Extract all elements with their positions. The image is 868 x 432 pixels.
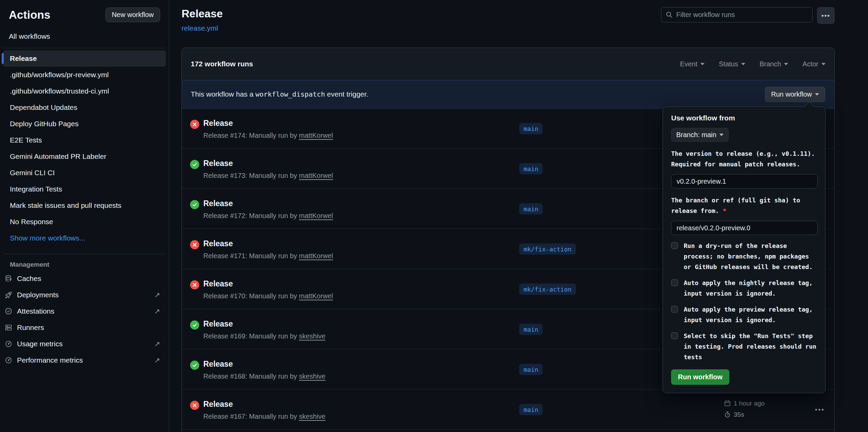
sidebar-item-attestations[interactable]: Attestations ↗ bbox=[3, 303, 166, 319]
ref-input-description: The branch or ref (full git sha) to rele… bbox=[671, 195, 817, 216]
sidebar-item-usage-metrics[interactable]: Usage metrics ↗ bbox=[3, 336, 166, 352]
run-title-link[interactable]: Release bbox=[203, 400, 233, 409]
banner-text: This workflow has a workflow_dispatch ev… bbox=[191, 90, 368, 98]
sidebar-item-label: Deployments bbox=[17, 291, 59, 299]
run-status-icon bbox=[190, 401, 199, 410]
run-title-link[interactable]: Release bbox=[203, 360, 233, 369]
run-actor-link[interactable]: mattKorwel bbox=[299, 172, 333, 179]
workflow-dispatch-banner: This workflow has a workflow_dispatch ev… bbox=[182, 80, 834, 109]
checkbox-label[interactable]: Auto apply the nightly release tag, inpu… bbox=[684, 278, 817, 299]
workflow-file-link[interactable]: release.yml bbox=[182, 24, 218, 32]
branch-badge[interactable]: main bbox=[519, 364, 543, 375]
run-subtitle: Release #170: Manually run by mattKorwel bbox=[203, 292, 333, 300]
run-title-link[interactable]: Release bbox=[203, 279, 233, 288]
sidebar-title: Actions bbox=[9, 9, 50, 21]
sidebar-item-performance-metrics[interactable]: Performance metrics ↗ bbox=[3, 352, 166, 368]
run-subtitle: Release #167: Manually run by skeshive bbox=[203, 413, 325, 420]
sidebar-item-workflow-release[interactable]: Release bbox=[3, 50, 166, 67]
sidebar-item-runners[interactable]: Runners bbox=[3, 319, 166, 336]
run-actor-link[interactable]: mattKorwel bbox=[299, 132, 333, 139]
ref-input[interactable] bbox=[671, 221, 818, 235]
branch-badge[interactable]: mk/fix-action bbox=[519, 243, 576, 254]
meter-icon bbox=[4, 356, 13, 364]
sidebar-item-workflow[interactable]: Gemini CLI CI bbox=[3, 165, 166, 181]
required-asterisk: * bbox=[723, 207, 727, 214]
sidebar-item-workflow[interactable]: Mark stale issues and pull requests bbox=[3, 197, 166, 214]
dry-run-checkbox[interactable] bbox=[671, 242, 678, 249]
sidebar-item-workflow[interactable]: .github/workflows/pr-review.yml bbox=[3, 67, 166, 83]
sidebar-item-label: Performance metrics bbox=[17, 356, 83, 364]
main-content: Release release.yml ••• 172 workflow run… bbox=[169, 0, 868, 432]
run-actor-link[interactable]: skeshive bbox=[299, 332, 325, 340]
sidebar-item-all-workflows[interactable]: All workflows bbox=[9, 32, 160, 40]
run-kebab-button[interactable]: ••• bbox=[815, 406, 825, 413]
run-workflow-dropdown-button[interactable]: Run workflow bbox=[765, 87, 825, 102]
version-input-description: The version to release (e.g., v0.1.11). … bbox=[671, 148, 817, 169]
run-title-link[interactable]: Release bbox=[203, 119, 233, 128]
run-subtitle: Release #173: Manually run by mattKorwel bbox=[203, 172, 333, 180]
sidebar-item-label: Runners bbox=[17, 323, 44, 332]
sidebar-item-deployments[interactable]: Deployments ↗ bbox=[3, 287, 166, 303]
page-kebab-button[interactable]: ••• bbox=[817, 7, 835, 24]
branch-badge[interactable]: main bbox=[519, 163, 543, 174]
run-subtitle: Release #171: Manually run by mattKorwel bbox=[203, 252, 333, 260]
run-subtitle: Release #174: Manually run by mattKorwel bbox=[203, 132, 333, 139]
calendar-icon bbox=[724, 400, 731, 407]
status-filter-dropdown[interactable]: Status bbox=[719, 60, 745, 68]
run-title-link[interactable]: Release bbox=[203, 239, 233, 248]
actor-filter-dropdown[interactable]: Actor bbox=[802, 60, 826, 68]
run-actor-link[interactable]: mattKorwel bbox=[299, 292, 333, 300]
sidebar-item-workflow[interactable]: Deploy GitHub Pages bbox=[3, 116, 166, 132]
run-status-icon bbox=[190, 200, 199, 209]
chevron-down-icon bbox=[700, 63, 704, 65]
run-title-link[interactable]: Release bbox=[203, 319, 233, 329]
workflow-dispatch-code: workflow_dispatch bbox=[255, 90, 325, 98]
sidebar-item-workflow[interactable]: Dependabot Updates bbox=[3, 99, 166, 116]
workflow-list: Release .github/workflows/pr-review.yml … bbox=[3, 50, 166, 246]
branch-badge[interactable]: main bbox=[519, 203, 543, 214]
run-status-icon bbox=[190, 361, 199, 370]
sidebar-item-workflow[interactable]: Gemini Automated PR Labeler bbox=[3, 148, 166, 165]
sidebar-item-workflow[interactable]: E2E Tests bbox=[3, 132, 166, 148]
run-actor-link[interactable]: skeshive bbox=[299, 413, 325, 420]
nightly-tag-checkbox[interactable] bbox=[671, 279, 678, 286]
event-filter-dropdown[interactable]: Event bbox=[680, 60, 704, 68]
search-icon bbox=[665, 11, 673, 18]
preview-tag-checkbox[interactable] bbox=[671, 306, 678, 313]
skip-tests-checkbox[interactable] bbox=[671, 332, 678, 339]
run-actor-link[interactable]: skeshive bbox=[299, 372, 325, 380]
sidebar-divider bbox=[3, 48, 166, 48]
sidebar-item-caches[interactable]: Caches bbox=[3, 270, 166, 287]
rocket-icon bbox=[4, 291, 13, 299]
branch-badge[interactable]: main bbox=[519, 404, 543, 415]
checkbox-label[interactable]: Run a dry-run of the release process; no… bbox=[684, 240, 817, 272]
run-title-link[interactable]: Release bbox=[203, 159, 233, 168]
actions-sidebar: Actions New workflow All workflows Relea… bbox=[0, 0, 169, 432]
branch-selector-button[interactable]: Branch: main bbox=[671, 128, 729, 142]
run-status-icon bbox=[190, 240, 199, 249]
workflow-run-row[interactable]: Release Release #167: Manually run by sk… bbox=[182, 389, 834, 430]
chevron-down-icon bbox=[821, 63, 826, 65]
version-input[interactable] bbox=[671, 174, 818, 188]
run-workflow-submit-button[interactable]: Run workflow bbox=[671, 369, 729, 385]
sidebar-item-workflow[interactable]: No Response bbox=[3, 214, 166, 230]
new-workflow-button[interactable]: New workflow bbox=[105, 7, 160, 22]
run-subtitle: Release #172: Manually run by mattKorwel bbox=[203, 212, 333, 220]
checkbox-label[interactable]: Auto apply the preview release tag, inpu… bbox=[684, 304, 817, 325]
run-actor-link[interactable]: mattKorwel bbox=[299, 252, 333, 260]
run-actor-link[interactable]: mattKorwel bbox=[299, 212, 333, 219]
show-more-workflows-link[interactable]: Show more workflows... bbox=[3, 230, 166, 246]
sidebar-item-workflow[interactable]: .github/workflows/trusted-ci.yml bbox=[3, 83, 166, 99]
branch-badge[interactable]: main bbox=[519, 323, 543, 335]
branch-filter-dropdown[interactable]: Branch bbox=[760, 60, 788, 68]
run-title-link[interactable]: Release bbox=[203, 199, 233, 208]
external-link-icon: ↗ bbox=[154, 307, 160, 315]
chevron-down-icon bbox=[741, 63, 745, 65]
branch-badge[interactable]: main bbox=[519, 123, 543, 134]
sidebar-item-label: Attestations bbox=[17, 307, 54, 315]
branch-badge[interactable]: mk/fix-action bbox=[519, 283, 576, 295]
filter-workflow-runs-input[interactable] bbox=[661, 7, 813, 22]
checkbox-label[interactable]: Select to skip the "Run Tests" step in t… bbox=[684, 331, 817, 362]
page-title: Release bbox=[182, 7, 223, 20]
sidebar-item-workflow[interactable]: Integration Tests bbox=[3, 181, 166, 197]
